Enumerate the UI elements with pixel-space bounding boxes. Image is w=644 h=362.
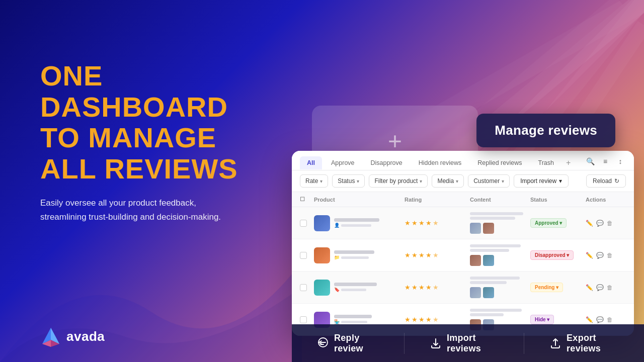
row3-actions: ✏️ 💬 🗑	[586, 284, 626, 291]
star-4: ★	[426, 284, 432, 291]
star-2: ★	[412, 284, 418, 291]
row3-edit-icon[interactable]: ✏️	[586, 284, 593, 291]
row1-status-badge[interactable]: Approved ▾	[530, 218, 567, 228]
col-actions: Actions	[586, 197, 626, 203]
row2-img-1	[470, 255, 481, 266]
star-3: ★	[419, 219, 425, 227]
row1-status-cell: Approved ▾	[530, 218, 586, 228]
row3-name-bar	[334, 283, 377, 286]
media-filter[interactable]: Media▾	[432, 174, 464, 188]
row1-content	[470, 212, 530, 234]
row3-status-cell: Pending ▾	[530, 283, 586, 292]
left-content: ONE DASHBOARD TO MANAGE ALL REVIEWS Easi…	[40, 60, 282, 224]
col-rating: Rating	[405, 197, 470, 203]
sort-icon[interactable]: ↕	[615, 156, 626, 167]
row2-status-badge[interactable]: Disapproved ▾	[530, 250, 574, 260]
status-filter[interactable]: Status▾	[332, 174, 365, 188]
import-reviews-label: Import reviews	[447, 333, 499, 354]
import-review-button[interactable]: Import review ▾	[514, 174, 569, 188]
table-row: 👤 ★ ★ ★ ★ ★ Approved ▾ ✏️	[292, 207, 634, 239]
row1-edit-icon[interactable]: ✏️	[586, 220, 593, 227]
star-2: ★	[412, 219, 418, 227]
row2-name-bar	[334, 250, 374, 254]
subtitle-text: Easily oversee all your product feedback…	[40, 196, 242, 223]
row2-checkbox[interactable]	[300, 252, 307, 259]
row1-actions: ✏️ 💬 🗑	[586, 220, 626, 227]
headline-line2: TO MANAGE	[40, 122, 282, 153]
row1-reply-icon[interactable]: 💬	[596, 220, 604, 227]
headline-line3: ALL REVIEWS	[40, 153, 282, 185]
manage-reviews-badge[interactable]: Manage reviews	[476, 114, 615, 147]
rate-filter[interactable]: Rate▾	[300, 174, 328, 188]
headline: ONE DASHBOARD TO MANAGE ALL REVIEWS	[40, 60, 282, 184]
star-2: ★	[412, 316, 418, 323]
row2-edit-icon[interactable]: ✏️	[586, 252, 593, 259]
row1-checkbox[interactable]	[300, 220, 307, 227]
row1-stars: ★ ★ ★ ★ ★	[405, 219, 470, 227]
reply-review-item[interactable]: Reply review	[292, 333, 405, 354]
row3-img-1	[470, 287, 481, 298]
tab-trash[interactable]: Trash	[531, 156, 561, 169]
star-2: ★	[412, 251, 418, 259]
row2-product-info: 📁	[334, 250, 374, 260]
avada-logo-icon	[40, 326, 61, 347]
col-product: Product	[314, 197, 405, 203]
row2-reply-icon[interactable]: 💬	[596, 252, 604, 259]
row1-checkbox-cell	[300, 220, 314, 227]
row1-source-bar	[341, 224, 371, 227]
row2-source-icon: 📁	[334, 255, 340, 260]
tab-disapprove[interactable]: Disapprove	[364, 156, 410, 169]
row2-stars: ★ ★ ★ ★ ★	[405, 251, 470, 259]
tabs-bar: All Approve Disapprove Hidden reviews Re…	[292, 151, 634, 170]
reload-button[interactable]: Reload↻	[586, 174, 626, 188]
tab-actions: 🔍 ≡ ↕	[585, 156, 626, 170]
filter-bar: Rate▾ Status▾ Filter by product▾ Media▾ …	[292, 170, 634, 192]
dashboard-panel: All Approve Disapprove Hidden reviews Re…	[292, 151, 634, 336]
row3-product-info: 🔖	[334, 283, 377, 292]
search-icon[interactable]: 🔍	[585, 156, 596, 167]
row3-source-bar	[341, 289, 366, 291]
row1-product-info: 👤	[334, 218, 379, 228]
row4-name-bar	[334, 315, 372, 318]
tab-replied-reviews[interactable]: Replied reviews	[470, 156, 529, 169]
tab-approve[interactable]: Approve	[324, 156, 362, 169]
import-review-label: Import review	[520, 177, 556, 185]
star-5: ★	[433, 219, 439, 227]
import-reviews-icon	[430, 336, 442, 350]
row4-product-info: 🏪	[334, 315, 372, 324]
row4-edit-icon[interactable]: ✏️	[586, 316, 593, 323]
row1-delete-icon[interactable]: 🗑	[607, 220, 613, 227]
filter-icon[interactable]: ≡	[600, 156, 611, 167]
row1-status-label: Approved ▾	[535, 220, 562, 226]
row3-status-badge[interactable]: Pending ▾	[530, 283, 563, 292]
star-4: ★	[426, 316, 432, 323]
row4-delete-icon[interactable]: 🗑	[607, 316, 613, 323]
row4-source: 🏪	[334, 319, 372, 324]
row3-checkbox[interactable]	[300, 284, 307, 291]
customer-filter[interactable]: Customer▾	[468, 174, 510, 188]
row4-status-badge[interactable]: Hide ▾	[530, 315, 554, 324]
row3-delete-icon[interactable]: 🗑	[607, 284, 613, 291]
star-5: ★	[433, 316, 439, 323]
table-row: 📁 ★ ★ ★ ★ ★ Disapproved ▾ ✏️	[292, 239, 634, 272]
row1-content-images	[470, 223, 526, 234]
row4-source-icon: 🏪	[334, 319, 340, 324]
row2-img-2	[483, 255, 494, 266]
tab-add-icon[interactable]: +	[563, 157, 574, 168]
filter-by-product[interactable]: Filter by product▾	[369, 174, 428, 188]
row2-checkbox-cell	[300, 252, 314, 259]
tab-all[interactable]: All	[300, 156, 322, 169]
import-reviews-item[interactable]: Import reviews	[405, 333, 524, 354]
table-header: ☐ Product Rating Content Status Actions	[292, 192, 634, 207]
tab-hidden-reviews[interactable]: Hidden reviews	[412, 156, 468, 169]
row4-reply-icon[interactable]: 💬	[596, 316, 604, 323]
row3-reply-icon[interactable]: 💬	[596, 284, 604, 291]
row2-product: 📁	[314, 247, 405, 263]
star-3: ★	[419, 284, 425, 291]
row3-source: 🔖	[334, 287, 377, 292]
row2-delete-icon[interactable]: 🗑	[607, 252, 613, 259]
row1-product: 👤	[314, 215, 405, 231]
row4-checkbox[interactable]	[300, 316, 307, 323]
export-reviews-item[interactable]: Export reviews	[524, 333, 644, 354]
logo-text: avada	[66, 329, 105, 344]
